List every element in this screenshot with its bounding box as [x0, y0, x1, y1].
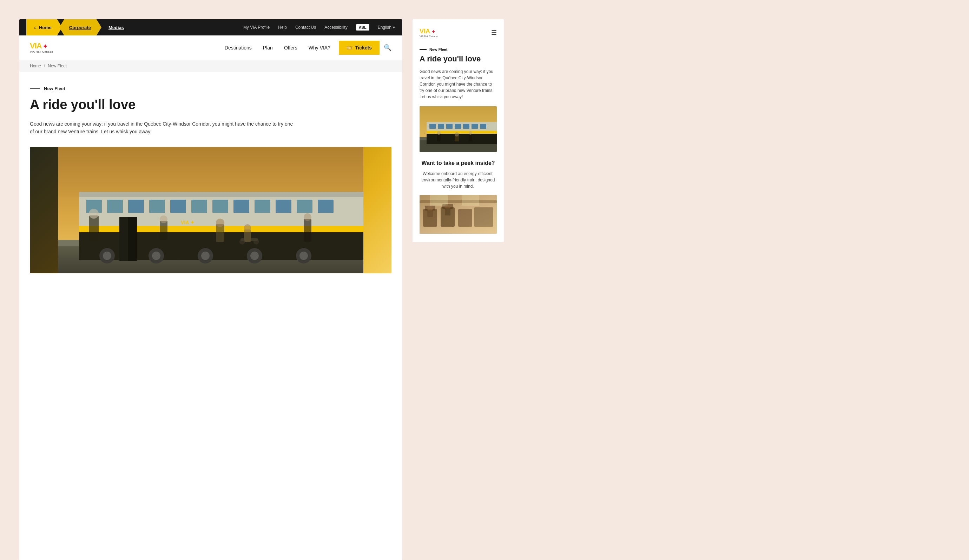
side-maple-icon: ✦ — [430, 29, 435, 34]
rail-canada-text: VIA Rail Canada — [30, 50, 53, 53]
article-hero-image: VIA ✦ — [30, 147, 391, 273]
english-dropdown[interactable]: English ▾ — [378, 25, 395, 30]
asl-badge[interactable]: ASL — [356, 24, 370, 30]
side-logo-brand: VIA ✦ VIA Rail Canada — [420, 28, 438, 38]
side-train-image — [420, 106, 497, 152]
side-panel: VIA ✦ VIA Rail Canada ☰ New Fleet A ride… — [413, 19, 504, 242]
search-icon: 🔍 — [384, 44, 391, 51]
svg-rect-55 — [455, 124, 461, 129]
tag-line-decoration — [30, 88, 40, 89]
side-logo: VIA ✦ VIA Rail Canada ☰ — [420, 28, 497, 38]
medias-label: Medias — [108, 25, 124, 30]
plan-label: Plan — [263, 45, 273, 50]
svg-rect-76 — [427, 210, 433, 217]
train-station-scene: VIA ✦ — [30, 147, 391, 273]
top-bar-right: My VIA Profile Help Contact Us Accessibi… — [243, 24, 395, 30]
article-title: A ride you'll love — [30, 98, 391, 112]
help-label: Help — [278, 25, 287, 30]
why-via-nav-link[interactable]: Why VIA? — [309, 45, 330, 50]
svg-rect-70 — [458, 209, 472, 227]
svg-rect-59 — [437, 134, 441, 141]
plan-nav-link[interactable]: Plan — [263, 45, 273, 50]
search-button[interactable]: 🔍 — [384, 44, 391, 52]
svg-rect-74 — [462, 195, 479, 206]
ticket-icon: 🎫 — [346, 45, 353, 50]
main-nav-links: Destinations Plan Offers Why VIA? — [225, 45, 330, 50]
article-tag-text: New Fleet — [44, 86, 65, 91]
svg-rect-50 — [426, 131, 497, 134]
contact-us-link[interactable]: Contact Us — [295, 25, 316, 30]
breadcrumb-current: New Fleet — [48, 63, 67, 68]
destinations-nav-link[interactable]: Destinations — [225, 45, 252, 50]
svg-rect-73 — [430, 195, 448, 206]
side-section2-description: Welcome onboard an energy-efficient, env… — [420, 171, 497, 189]
svg-point-62 — [455, 132, 459, 136]
english-label: English — [378, 25, 391, 30]
hamburger-menu-icon[interactable]: ☰ — [491, 29, 497, 37]
svg-rect-56 — [463, 124, 470, 129]
breadcrumb-separator: / — [44, 63, 45, 68]
tickets-button[interactable]: 🎫 Tickets — [339, 41, 380, 55]
corporate-nav-item[interactable]: Corporate — [59, 19, 102, 35]
svg-rect-78 — [445, 208, 450, 216]
article-content: New Fleet A ride you'll love Good news a… — [19, 72, 402, 560]
side-article-title: A ride you'll love — [420, 55, 497, 63]
chevron-down-icon: ▾ — [393, 25, 395, 30]
breadcrumb-home-label: Home — [30, 63, 41, 68]
svg-rect-53 — [438, 124, 444, 129]
main-nav: VIA ✦ VIA Rail Canada Destinations Plan … — [19, 35, 402, 60]
my-via-profile-label: My VIA Profile — [243, 25, 270, 30]
accessibility-label: Accessibility — [325, 25, 347, 30]
svg-rect-52 — [430, 124, 436, 129]
article-description: Good news are coming your way: if you tr… — [30, 120, 297, 136]
side-train-svg — [420, 106, 497, 152]
main-content-wrapper: ⌂ Home Corporate Medias My VIA Profile H… — [19, 19, 402, 560]
offers-label: Offers — [284, 45, 297, 50]
maple-leaf-icon: ✦ — [42, 43, 47, 50]
side-tag-line — [420, 49, 426, 50]
svg-point-60 — [437, 131, 441, 135]
top-bar-left: ⌂ Home Corporate Medias — [26, 19, 132, 35]
breadcrumb: Home / New Fleet — [19, 60, 402, 72]
offers-nav-link[interactable]: Offers — [284, 45, 297, 50]
svg-rect-45 — [79, 192, 363, 197]
article-tag: New Fleet — [30, 86, 391, 91]
side-interior-svg — [420, 195, 497, 234]
breadcrumb-home-link[interactable]: Home — [30, 63, 41, 68]
accessibility-link[interactable]: Accessibility — [325, 25, 347, 30]
medias-nav-item[interactable]: Medias — [99, 19, 132, 35]
side-interior-image — [420, 195, 497, 234]
help-link[interactable]: Help — [278, 25, 287, 30]
svg-rect-58 — [480, 124, 486, 129]
svg-rect-44 — [58, 196, 363, 273]
side-section2-title: Want to take a peek inside? — [420, 160, 497, 167]
side-interior-image-inner — [420, 195, 497, 234]
logo-area: VIA ✦ VIA Rail Canada — [30, 42, 53, 53]
tickets-label: Tickets — [355, 45, 372, 50]
destinations-label: Destinations — [225, 45, 252, 50]
svg-rect-54 — [446, 124, 453, 129]
via-text: VIA — [30, 42, 42, 50]
svg-rect-57 — [471, 124, 478, 129]
svg-rect-71 — [474, 208, 493, 227]
corporate-label: Corporate — [69, 25, 91, 30]
side-via-logo: VIA ✦ — [420, 28, 438, 35]
why-via-label: Why VIA? — [309, 45, 330, 50]
side-tag-text: New Fleet — [430, 47, 447, 52]
contact-us-label: Contact Us — [295, 25, 316, 30]
svg-point-64 — [469, 131, 472, 135]
via-logo: VIA ✦ — [30, 42, 47, 50]
side-rail-text: VIA Rail Canada — [420, 35, 438, 38]
home-icon: ⌂ — [34, 25, 37, 30]
top-bar: ⌂ Home Corporate Medias My VIA Profile H… — [19, 19, 402, 35]
home-nav-item[interactable]: ⌂ Home — [26, 19, 62, 35]
home-label: Home — [39, 25, 52, 30]
side-article-tag: New Fleet — [420, 47, 497, 52]
side-via-text: VIA — [420, 28, 430, 35]
my-via-profile-link[interactable]: My VIA Profile — [243, 25, 270, 30]
svg-rect-63 — [469, 134, 472, 141]
logo-box: VIA ✦ VIA Rail Canada — [30, 42, 53, 53]
side-article-description: Good news are coming your way: if you tr… — [420, 68, 497, 100]
